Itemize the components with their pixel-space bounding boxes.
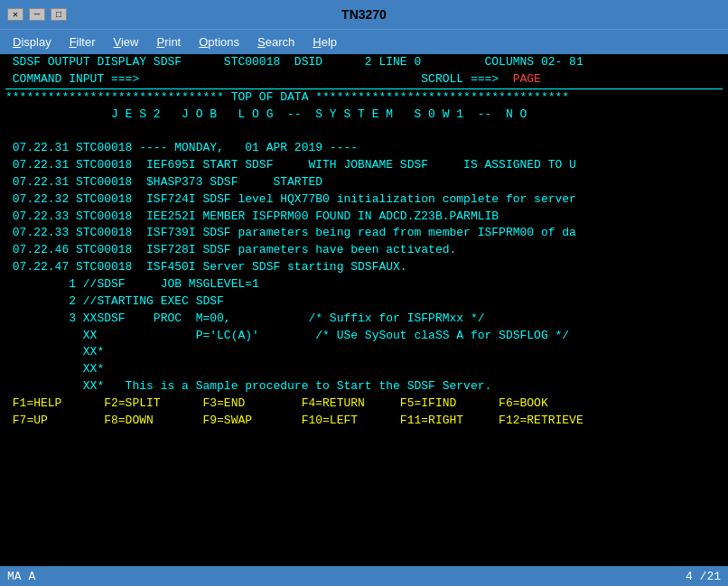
status-position: 4 /21: [686, 570, 721, 583]
menu-display[interactable]: Display: [4, 33, 61, 51]
minimize-button[interactable]: ─: [29, 8, 45, 21]
jcl-line-1: 1 //SDSF JOB MSGLEVEL=1: [0, 276, 728, 293]
window-title: TN3270: [341, 7, 387, 22]
menu-print[interactable]: Print: [148, 33, 191, 51]
menu-filter[interactable]: Filter: [61, 33, 105, 51]
log-line-3: 07.22.31 STC00018 $HASP373 SDSF STARTED: [0, 174, 728, 191]
maximize-button[interactable]: □: [51, 8, 67, 21]
log-line-2: 07.22.31 STC00018 IEF695I START SDSF WIT…: [0, 157, 728, 174]
blank-line: [0, 123, 728, 140]
jcl-line-4: XX P='LC(A)' /* USe SySout claSS A for S…: [0, 328, 728, 345]
status-bar: MA A 4 /21: [0, 566, 728, 586]
menu-options[interactable]: Options: [190, 33, 248, 51]
status-mode: MA A: [7, 570, 35, 583]
log-line-5: 07.22.33 STC00018 IEE252I MEMBER ISFPRM0…: [0, 209, 728, 226]
title-bar: ✕ ─ □ TN3270: [0, 0, 728, 29]
terminal-area: SDSF OUTPUT DISPLAY SDSF STC00018 DSID 2…: [0, 54, 728, 586]
fkey-line-1: F1=HELP F2=SPLIT F3=END F4=RETURN F5=IFI…: [0, 395, 728, 413]
close-button[interactable]: ✕: [7, 8, 23, 21]
menu-search[interactable]: Search: [248, 33, 303, 51]
log-line-1: 07.22.31 STC00018 ---- MONDAY, 01 APR 20…: [0, 140, 728, 157]
jes2-joblog: J E S 2 J O B L O G -- S Y S T E M S 0 W…: [0, 107, 728, 124]
log-line-4: 07.22.32 STC00018 ISF724I SDSF level HQX…: [0, 191, 728, 209]
jcl-line-6: XX*: [0, 361, 728, 378]
jcl-line-7: XX* This is a Sample procedure to Start …: [0, 378, 728, 395]
top-of-data: ******************************* TOP OF D…: [0, 89, 728, 107]
header-line-2: COMMAND INPUT ===> SCROLL ===> PAGE: [0, 71, 728, 88]
fkey-line-2: F7=UP F8=DOWN F9=SWAP F10=LEFT F11=RIGHT…: [0, 413, 728, 430]
menu-view[interactable]: View: [105, 33, 148, 51]
menu-help[interactable]: Help: [303, 33, 346, 51]
jcl-line-3: 3 XXSDSF PROC M=00, /* Suffix for ISFPRM…: [0, 311, 728, 328]
log-line-8: 07.22.47 STC00018 ISF450I Server SDSF st…: [0, 259, 728, 276]
jcl-line-5: XX*: [0, 344, 728, 361]
log-line-6: 07.22.33 STC00018 ISF739I SDSF parameter…: [0, 225, 728, 242]
header-line-1: SDSF OUTPUT DISPLAY SDSF STC00018 DSID 2…: [0, 54, 728, 71]
jcl-line-2: 2 //STARTING EXEC SDSF: [0, 293, 728, 311]
menu-bar: Display Filter View Print Options Search…: [0, 29, 728, 54]
log-line-7: 07.22.46 STC00018 ISF728I SDSF parameter…: [0, 242, 728, 259]
